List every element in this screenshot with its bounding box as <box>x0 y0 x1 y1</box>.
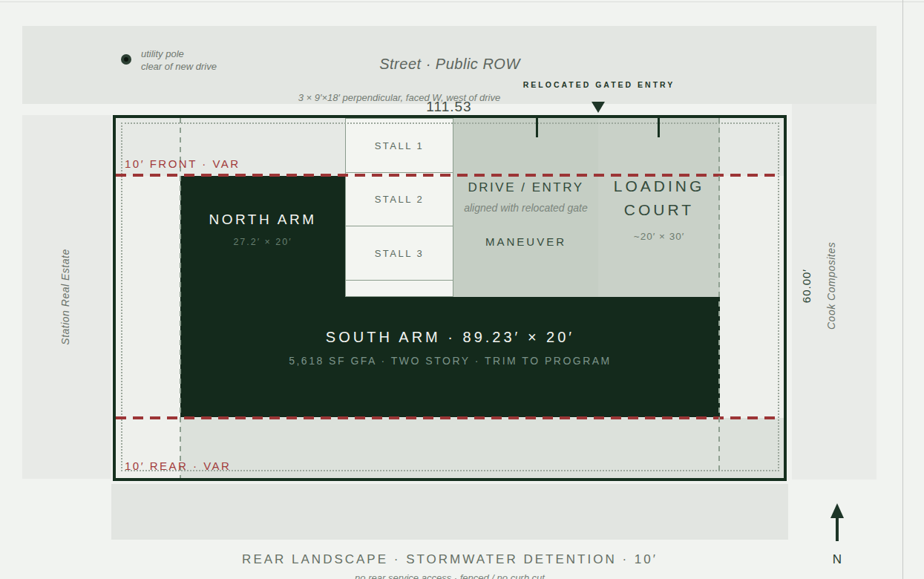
west-reference-line <box>180 118 181 478</box>
rear-parcel-band <box>111 484 788 540</box>
site-plan-page: utility pole clear of new drive Street ·… <box>0 0 924 579</box>
gate-marker-icon <box>592 102 605 113</box>
front-setback-label: 10′ FRONT · VAR <box>125 157 240 170</box>
lot-depth-dimension: 60.00′ <box>800 269 813 303</box>
utility-pole-note-line2: clear of new drive <box>141 60 217 73</box>
utility-pole-note: utility pole clear of new drive <box>141 48 217 73</box>
frontage-dimension: 111.53 <box>412 99 486 115</box>
gate-post-east-icon <box>658 118 660 137</box>
left-parcel-label: Station Real Estate <box>59 249 71 344</box>
rear-setback-label: 10′ REAR · VAR <box>125 459 231 472</box>
site-plan-outline: DRIVE / ENTRY aligned with relocated gat… <box>113 115 787 481</box>
east-reference-line <box>718 118 720 471</box>
page-right-border <box>902 0 903 579</box>
gate-post-west-icon <box>536 118 538 137</box>
north-arrow-shaft <box>836 517 839 541</box>
utility-pole-icon <box>121 54 131 65</box>
rear-landscape-note: no rear service access · fenced / no cur… <box>116 572 784 579</box>
relocated-gate-label: RELOCATED GATED ENTRY <box>506 80 692 89</box>
front-setback-line <box>116 174 779 177</box>
north-label: N <box>822 552 852 567</box>
north-arrow-icon <box>830 503 844 518</box>
page-top-border <box>0 1 924 2</box>
parking-note: 3 × 9′×18′ perpendicular, faced W, west … <box>269 92 529 103</box>
rear-landscape-title: REAR LANDSCAPE · STORMWATER DETENTION · … <box>116 552 784 567</box>
rear-setback-line <box>116 416 779 419</box>
right-parcel-label: Cook Composites <box>825 242 837 330</box>
utility-pole-note-line1: utility pole <box>141 48 217 60</box>
street-label: Street · Public ROW <box>338 56 561 73</box>
